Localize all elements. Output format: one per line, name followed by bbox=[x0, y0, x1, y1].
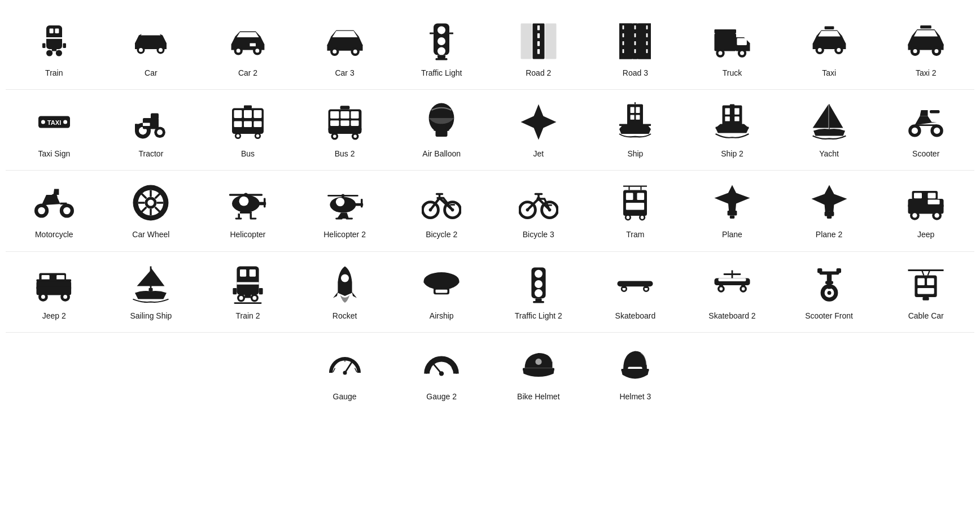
train-label: Train bbox=[45, 68, 63, 78]
svg-rect-70 bbox=[908, 45, 944, 46]
svg-rect-87 bbox=[253, 110, 261, 118]
icon-item-bike-helmet[interactable]: Bike Helmet bbox=[490, 335, 587, 411]
icon-item-bicycle2[interactable]: Bicycle 2 bbox=[393, 173, 490, 249]
svg-rect-184 bbox=[637, 193, 645, 201]
icon-item-bus[interactable]: Bus bbox=[199, 92, 296, 168]
icon-item-truck[interactable]: Truck bbox=[684, 11, 781, 87]
svg-point-68 bbox=[935, 49, 939, 53]
icon-item-car2[interactable]: Car 2 bbox=[199, 11, 296, 87]
svg-point-73 bbox=[41, 120, 45, 124]
icon-item-sailing-ship[interactable]: Sailing Ship bbox=[103, 254, 200, 330]
svg-point-94 bbox=[256, 134, 260, 138]
car-wheel-icon bbox=[131, 183, 170, 223]
icon-item-jeep2[interactable]: Jeep 2 bbox=[6, 254, 103, 330]
icon-item-traffic-light2[interactable]: Traffic Light 2 bbox=[490, 254, 587, 330]
svg-rect-111 bbox=[436, 131, 448, 137]
icon-item-helicopter2[interactable]: Helicopter 2 bbox=[296, 173, 393, 249]
svg-rect-39 bbox=[638, 24, 651, 59]
svg-point-243 bbox=[535, 280, 542, 288]
icon-item-plane[interactable]: Plane bbox=[684, 173, 781, 249]
svg-rect-50 bbox=[646, 33, 648, 37]
svg-rect-195 bbox=[730, 216, 734, 219]
icon-item-motorcycle[interactable]: Motorcycle bbox=[6, 173, 103, 249]
svg-text:TAXI: TAXI bbox=[47, 119, 61, 126]
helicopter-icon bbox=[228, 183, 268, 223]
icon-item-ship2[interactable]: Ship 2 bbox=[684, 92, 781, 168]
svg-line-282 bbox=[333, 368, 335, 372]
svg-point-22 bbox=[353, 50, 357, 54]
svg-rect-7 bbox=[42, 43, 46, 48]
icon-item-scooter-front[interactable]: Scooter Front bbox=[781, 254, 878, 330]
icon-item-air-balloon[interactable]: Air Balloon bbox=[393, 92, 490, 168]
icon-item-bus2[interactable]: Bus 2 bbox=[296, 92, 393, 168]
svg-rect-158 bbox=[240, 212, 252, 214]
icon-item-ship[interactable]: Ship bbox=[587, 92, 684, 168]
icon-item-scooter[interactable]: Scooter bbox=[877, 92, 974, 168]
svg-rect-88 bbox=[234, 121, 242, 128]
icon-item-helicopter[interactable]: Helicopter bbox=[199, 173, 296, 249]
icon-item-road3[interactable]: Road 3 bbox=[587, 11, 684, 87]
icon-item-jeep[interactable]: Jeep bbox=[877, 173, 974, 249]
svg-rect-95 bbox=[232, 129, 264, 131]
icon-item-cable-car[interactable]: Cable Car bbox=[877, 254, 974, 330]
svg-rect-118 bbox=[631, 115, 635, 120]
svg-rect-261 bbox=[741, 285, 745, 287]
icon-item-car[interactable]: Car bbox=[103, 11, 200, 87]
icon-item-skateboard2[interactable]: Skateboard 2 bbox=[684, 254, 781, 330]
svg-rect-34 bbox=[537, 41, 540, 46]
icon-item-taxi[interactable]: Taxi bbox=[781, 11, 878, 87]
icon-item-car3[interactable]: Car 3 bbox=[296, 11, 393, 87]
rocket-label: Rocket bbox=[333, 311, 357, 321]
bike-helmet-label: Bike Helmet bbox=[517, 391, 559, 402]
svg-rect-119 bbox=[636, 115, 640, 120]
svg-point-139 bbox=[51, 194, 57, 200]
icon-item-gauge2[interactable]: Gauge 2 bbox=[393, 335, 490, 411]
icon-item-plane2[interactable]: Plane 2 bbox=[781, 173, 878, 249]
icon-item-jet[interactable]: Jet bbox=[490, 92, 587, 168]
icon-item-tractor[interactable]: Tractor bbox=[103, 92, 200, 168]
svg-rect-232 bbox=[259, 288, 263, 294]
svg-rect-198 bbox=[824, 212, 834, 216]
svg-point-259 bbox=[742, 287, 745, 290]
icon-item-taxi2[interactable]: Taxi 2 bbox=[877, 11, 974, 87]
svg-point-62 bbox=[817, 48, 821, 52]
svg-rect-35 bbox=[537, 49, 540, 54]
icon-item-helmet3[interactable]: Helmet 3 bbox=[587, 335, 684, 411]
bicycle2-label: Bicycle 2 bbox=[426, 229, 457, 239]
icon-item-tram[interactable]: Tram bbox=[587, 173, 684, 249]
svg-point-25 bbox=[438, 37, 445, 45]
svg-rect-44 bbox=[635, 49, 636, 53]
train-icon bbox=[34, 21, 74, 61]
svg-rect-209 bbox=[928, 200, 940, 204]
svg-rect-117 bbox=[636, 107, 640, 114]
traffic-light-icon bbox=[422, 21, 461, 61]
svg-point-106 bbox=[333, 135, 336, 138]
train2-label: Train 2 bbox=[235, 311, 260, 321]
svg-rect-45 bbox=[623, 25, 624, 29]
icon-item-bicycle3[interactable]: Bicycle 3 bbox=[490, 173, 587, 249]
svg-rect-116 bbox=[631, 107, 635, 114]
gauge2-icon bbox=[422, 345, 461, 385]
svg-rect-51 bbox=[646, 41, 648, 45]
bike-helmet-icon bbox=[519, 345, 558, 385]
svg-rect-208 bbox=[908, 205, 944, 207]
icon-item-yacht[interactable]: Yacht bbox=[781, 92, 878, 168]
icon-item-traffic-light[interactable]: Traffic Light bbox=[393, 11, 490, 87]
icon-item-train2[interactable]: Train 2 bbox=[199, 254, 296, 330]
svg-rect-86 bbox=[244, 110, 252, 118]
svg-rect-124 bbox=[734, 108, 739, 115]
svg-point-207 bbox=[935, 214, 939, 218]
icon-item-car-wheel[interactable]: Car Wheel bbox=[103, 173, 200, 249]
icon-item-road2[interactable]: Road 2 bbox=[490, 11, 587, 87]
svg-rect-224 bbox=[250, 269, 256, 277]
icon-item-skateboard[interactable]: Skateboard bbox=[587, 254, 684, 330]
svg-point-234 bbox=[341, 274, 349, 282]
icon-item-gauge[interactable]: Gauge bbox=[296, 335, 393, 411]
helmet3-icon bbox=[615, 345, 655, 385]
icon-item-train[interactable]: Train bbox=[6, 11, 103, 87]
icon-item-rocket[interactable]: Rocket bbox=[296, 254, 393, 330]
icon-item-taxi-sign[interactable]: TAXI Taxi Sign bbox=[6, 92, 103, 168]
icon-item-airship[interactable]: Airship bbox=[393, 254, 490, 330]
bicycle3-label: Bicycle 3 bbox=[523, 229, 554, 239]
svg-point-93 bbox=[237, 134, 240, 138]
